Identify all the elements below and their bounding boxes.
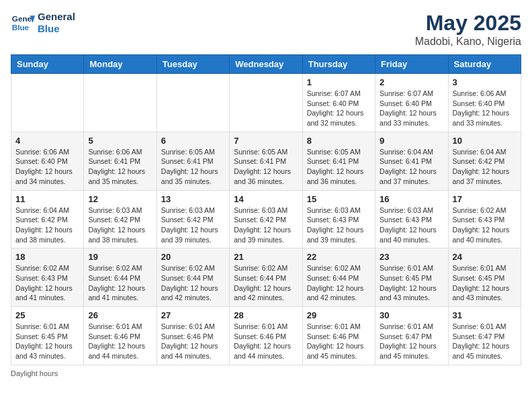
cell-info-text: Sunrise: 6:01 AM Sunset: 6:46 PM Dayligh…: [307, 322, 371, 361]
header-day-friday: Friday: [375, 55, 448, 74]
calendar-cell: 17Sunrise: 6:02 AM Sunset: 6:43 PM Dayli…: [448, 190, 521, 248]
calendar-title: May 2025: [415, 11, 521, 36]
cell-date-number: 8: [307, 136, 371, 146]
cell-info-text: Sunrise: 6:02 AM Sunset: 6:43 PM Dayligh…: [453, 205, 517, 245]
cell-date-number: 21: [234, 252, 298, 262]
cell-date-number: 28: [234, 310, 298, 320]
calendar-cell: 27Sunrise: 6:01 AM Sunset: 6:46 PM Dayli…: [157, 307, 229, 365]
cell-info-text: Sunrise: 6:05 AM Sunset: 6:41 PM Dayligh…: [234, 147, 298, 187]
calendar-table: SundayMondayTuesdayWednesdayThursdayFrid…: [11, 54, 521, 365]
cell-info-text: Sunrise: 6:01 AM Sunset: 6:45 PM Dayligh…: [453, 263, 517, 303]
calendar-cell: 28Sunrise: 6:01 AM Sunset: 6:46 PM Dayli…: [230, 307, 302, 365]
calendar-cell: 7Sunrise: 6:05 AM Sunset: 6:41 PM Daylig…: [230, 132, 302, 190]
cell-info-text: Sunrise: 6:05 AM Sunset: 6:41 PM Dayligh…: [307, 147, 371, 187]
header-day-wednesday: Wednesday: [230, 55, 302, 74]
calendar-cell: 23Sunrise: 6:01 AM Sunset: 6:45 PM Dayli…: [375, 248, 448, 307]
cell-info-text: Sunrise: 6:01 AM Sunset: 6:46 PM Dayligh…: [88, 322, 152, 361]
cell-info-text: Sunrise: 6:02 AM Sunset: 6:44 PM Dayligh…: [161, 263, 225, 303]
cell-info-text: Sunrise: 6:01 AM Sunset: 6:45 PM Dayligh…: [380, 263, 443, 303]
calendar-cell: 5Sunrise: 6:06 AM Sunset: 6:41 PM Daylig…: [84, 132, 157, 190]
cell-info-text: Sunrise: 6:05 AM Sunset: 6:41 PM Dayligh…: [161, 147, 225, 187]
cell-info-text: Sunrise: 6:03 AM Sunset: 6:42 PM Dayligh…: [161, 205, 225, 245]
calendar-cell: 4Sunrise: 6:06 AM Sunset: 6:40 PM Daylig…: [11, 132, 84, 190]
calendar-cell: 10Sunrise: 6:04 AM Sunset: 6:42 PM Dayli…: [448, 132, 521, 190]
cell-date-number: 22: [307, 252, 371, 262]
calendar-cell: 13Sunrise: 6:03 AM Sunset: 6:42 PM Dayli…: [157, 190, 229, 248]
calendar-cell: 22Sunrise: 6:02 AM Sunset: 6:44 PM Dayli…: [302, 248, 375, 307]
cell-info-text: Sunrise: 6:01 AM Sunset: 6:47 PM Dayligh…: [380, 322, 443, 361]
cell-info-text: Sunrise: 6:02 AM Sunset: 6:44 PM Dayligh…: [307, 263, 371, 303]
calendar-header-row: SundayMondayTuesdayWednesdayThursdayFrid…: [11, 55, 521, 74]
header-day-saturday: Saturday: [448, 55, 521, 74]
cell-info-text: Sunrise: 6:04 AM Sunset: 6:42 PM Dayligh…: [15, 205, 79, 245]
cell-info-text: Sunrise: 6:07 AM Sunset: 6:40 PM Dayligh…: [307, 89, 371, 128]
calendar-cell: 12Sunrise: 6:03 AM Sunset: 6:42 PM Dayli…: [84, 190, 157, 248]
calendar-cell: 15Sunrise: 6:03 AM Sunset: 6:43 PM Dayli…: [302, 190, 375, 248]
cell-info-text: Sunrise: 6:03 AM Sunset: 6:43 PM Dayligh…: [307, 205, 371, 245]
cell-info-text: Sunrise: 6:07 AM Sunset: 6:40 PM Dayligh…: [380, 89, 443, 128]
calendar-cell: 6Sunrise: 6:05 AM Sunset: 6:41 PM Daylig…: [157, 132, 229, 190]
header: General Blue General Blue May 2025 Madob…: [11, 11, 521, 48]
cell-date-number: 19: [88, 252, 152, 262]
cell-date-number: 14: [234, 194, 298, 204]
cell-date-number: 26: [88, 310, 152, 320]
calendar-cell: 1Sunrise: 6:07 AM Sunset: 6:40 PM Daylig…: [302, 74, 375, 132]
calendar-cell: [230, 74, 302, 132]
logo: General Blue General Blue: [11, 11, 75, 35]
calendar-cell: 11Sunrise: 6:04 AM Sunset: 6:42 PM Dayli…: [11, 190, 84, 248]
cell-date-number: 10: [453, 136, 517, 146]
cell-info-text: Sunrise: 6:04 AM Sunset: 6:41 PM Dayligh…: [380, 147, 443, 187]
cell-info-text: Sunrise: 6:03 AM Sunset: 6:42 PM Dayligh…: [88, 205, 152, 245]
cell-date-number: 1: [307, 77, 371, 87]
calendar-cell: 31Sunrise: 6:01 AM Sunset: 6:47 PM Dayli…: [448, 307, 521, 365]
cell-info-text: Sunrise: 6:04 AM Sunset: 6:42 PM Dayligh…: [453, 147, 517, 187]
title-area: May 2025 Madobi, Kano, Nigeria: [415, 11, 521, 48]
calendar-cell: 9Sunrise: 6:04 AM Sunset: 6:41 PM Daylig…: [375, 132, 448, 190]
calendar-cell: 18Sunrise: 6:02 AM Sunset: 6:43 PM Dayli…: [11, 248, 84, 307]
cell-info-text: Sunrise: 6:01 AM Sunset: 6:45 PM Dayligh…: [15, 322, 79, 361]
calendar-cell: 20Sunrise: 6:02 AM Sunset: 6:44 PM Dayli…: [157, 248, 229, 307]
cell-date-number: 30: [380, 310, 443, 320]
footer-note: Daylight hours: [11, 369, 521, 377]
week-row-5: 25Sunrise: 6:01 AM Sunset: 6:45 PM Dayli…: [11, 307, 521, 365]
calendar-cell: 30Sunrise: 6:01 AM Sunset: 6:47 PM Dayli…: [375, 307, 448, 365]
cell-date-number: 15: [307, 194, 371, 204]
cell-date-number: 3: [453, 77, 517, 87]
calendar-cell: 16Sunrise: 6:03 AM Sunset: 6:43 PM Dayli…: [375, 190, 448, 248]
calendar-cell: 3Sunrise: 6:06 AM Sunset: 6:40 PM Daylig…: [448, 74, 521, 132]
cell-info-text: Sunrise: 6:03 AM Sunset: 6:43 PM Dayligh…: [380, 205, 443, 245]
header-day-tuesday: Tuesday: [157, 55, 229, 74]
cell-date-number: 9: [380, 136, 443, 146]
cell-date-number: 11: [15, 194, 79, 204]
calendar-cell: 14Sunrise: 6:03 AM Sunset: 6:42 PM Dayli…: [230, 190, 302, 248]
cell-info-text: Sunrise: 6:02 AM Sunset: 6:44 PM Dayligh…: [234, 263, 298, 303]
logo-blue: Blue: [38, 23, 75, 35]
calendar-cell: 29Sunrise: 6:01 AM Sunset: 6:46 PM Dayli…: [302, 307, 375, 365]
cell-info-text: Sunrise: 6:02 AM Sunset: 6:44 PM Dayligh…: [88, 263, 152, 303]
header-day-thursday: Thursday: [302, 55, 375, 74]
cell-info-text: Sunrise: 6:01 AM Sunset: 6:46 PM Dayligh…: [234, 322, 298, 361]
cell-info-text: Sunrise: 6:01 AM Sunset: 6:46 PM Dayligh…: [161, 322, 225, 361]
calendar-cell: 24Sunrise: 6:01 AM Sunset: 6:45 PM Dayli…: [448, 248, 521, 307]
cell-date-number: 25: [15, 310, 79, 320]
calendar-cell: 25Sunrise: 6:01 AM Sunset: 6:45 PM Dayli…: [11, 307, 84, 365]
calendar-subtitle: Madobi, Kano, Nigeria: [415, 36, 521, 48]
calendar-cell: [84, 74, 157, 132]
cell-date-number: 29: [307, 310, 371, 320]
logo-general: General: [38, 11, 75, 23]
calendar-cell: 2Sunrise: 6:07 AM Sunset: 6:40 PM Daylig…: [375, 74, 448, 132]
header-day-monday: Monday: [84, 55, 157, 74]
week-row-2: 4Sunrise: 6:06 AM Sunset: 6:40 PM Daylig…: [11, 132, 521, 190]
cell-date-number: 20: [161, 252, 225, 262]
svg-text:Blue: Blue: [12, 23, 30, 32]
calendar-cell: 19Sunrise: 6:02 AM Sunset: 6:44 PM Dayli…: [84, 248, 157, 307]
cell-info-text: Sunrise: 6:06 AM Sunset: 6:41 PM Dayligh…: [88, 147, 152, 187]
cell-info-text: Sunrise: 6:02 AM Sunset: 6:43 PM Dayligh…: [15, 263, 79, 303]
week-row-4: 18Sunrise: 6:02 AM Sunset: 6:43 PM Dayli…: [11, 248, 521, 307]
cell-date-number: 4: [15, 136, 79, 146]
cell-date-number: 7: [234, 136, 298, 146]
cell-date-number: 12: [88, 194, 152, 204]
cell-date-number: 6: [161, 136, 225, 146]
logo-icon: General Blue: [11, 11, 35, 35]
cell-info-text: Sunrise: 6:01 AM Sunset: 6:47 PM Dayligh…: [453, 322, 517, 361]
